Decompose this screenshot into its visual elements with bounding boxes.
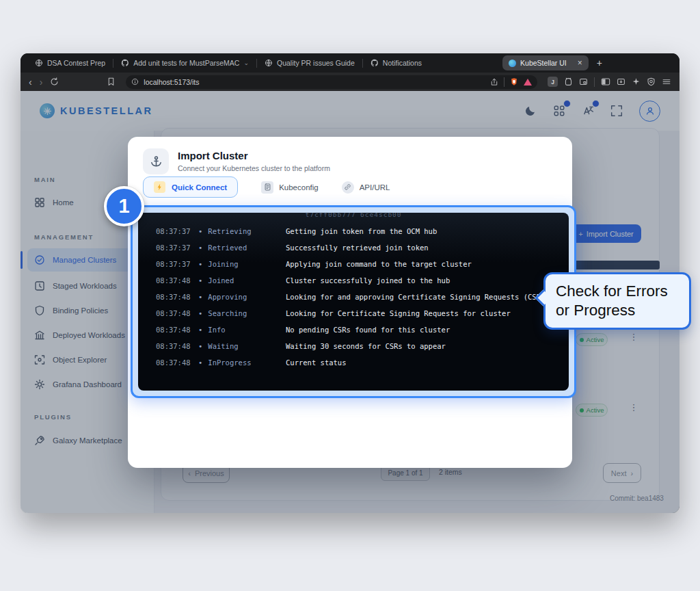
log-status: Searching [208,309,247,317]
brave-shield-icon[interactable] [510,77,518,86]
terminal-row: 08:37:48 •Searching Looking for Certific… [138,305,569,321]
bullet-icon: • [198,358,202,367]
terminal-row: 08:37:48 •Joined Cluster successfully jo… [138,272,569,289]
import-cluster-modal: Import Cluster Connect your Kubernetes c… [128,137,572,468]
extension-j-icon[interactable]: J [548,77,558,87]
log-time: 08:37:37 [138,244,198,252]
bullet-icon: • [198,244,202,252]
extension-box-icon[interactable] [579,77,588,86]
tab-label: Kubeconfig [279,183,319,192]
log-message: Looking for Certificate Signing Requests… [286,309,511,317]
tab-quick-connect[interactable]: Quick Connect [143,176,238,198]
status-terminal: t7cff0bb777 6ce4scb00 08:37:37 •Retrievi… [138,213,569,391]
modal-subtitle: Connect your Kubernetes cluster to the p… [178,164,330,172]
toolbar-divider [504,77,504,87]
tab-kubeconfig[interactable]: Kubeconfig [261,181,319,194]
browser-tab-notifications[interactable]: Notifications [363,53,429,73]
log-time: 08:37:48 [138,309,198,317]
browser-tab-bar: DSA Contest Prep Add unit tests for Must… [21,53,679,73]
terminal-row: 08:37:37 •Retrieved Successfully retriev… [138,239,569,256]
callout-text: Check for Errors or Progress [556,283,668,319]
log-time: 08:37:48 [138,293,198,301]
terminal-row: 08:37:48 •Approving Looking for and appr… [138,289,569,305]
browser-tab-dsa[interactable]: DSA Contest Prep [27,53,113,73]
log-time: 08:37:48 [138,342,198,350]
bullet-icon: • [198,227,202,235]
log-status: Retrieving [208,227,251,235]
terminal-highlight-ring: t7cff0bb777 6ce4scb00 08:37:37 •Retrievi… [131,205,576,398]
callout-bubble: Check for Errors or Progress [543,272,691,330]
terminal-row: 08:37:48 •InProgress Current status [138,354,569,371]
browser-tab-quality-pr[interactable]: Quality PR issues Guide [257,53,362,73]
tab-label: Notifications [383,59,422,67]
log-message: Waiting 30 seconds for CSRs to appear [286,342,446,350]
kubeconfig-file-icon [261,181,273,194]
log-time: 08:37:48 [138,358,198,367]
browser-tab-kubestellar-active[interactable]: KubeStellar UI × [502,55,589,70]
tab-label: KubeStellar UI [520,59,567,67]
anchor-icon [143,148,169,174]
log-status: InProgress [208,358,251,367]
log-message: Successfully retrieved join token [286,244,429,252]
bullet-icon: • [198,342,202,350]
back-button[interactable]: ‹ [29,77,32,87]
terminal-row: 08:37:37 •Joining Applying join command … [138,256,569,272]
kubestellar-favicon [509,60,516,67]
reload-button[interactable] [50,77,59,86]
privacy-shield-icon[interactable] [647,77,656,86]
log-message: No pending CSRs found for this cluster [286,326,450,334]
sidebar-toggle-icon[interactable] [601,77,610,86]
github-icon [121,59,129,67]
link-icon [342,181,354,194]
url-bar[interactable]: localhost:5173/its [126,75,537,89]
toolbar-divider [594,77,595,87]
log-message: Looking for and approving Certificate Si… [286,293,550,301]
site-info-icon[interactable] [131,78,139,86]
tab-label: Quick Connect [172,183,227,192]
log-status: Approving [208,293,247,301]
browser-tab-unit-tests[interactable]: Add unit tests for MustParseMAC ⌄ [113,53,256,73]
step-number-badge: 1 [104,186,144,226]
forward-button[interactable]: › [40,77,43,87]
globe-icon [35,59,43,67]
tab-label: DSA Contest Prep [47,59,105,67]
globe-icon [265,59,273,67]
downloads-icon[interactable] [617,77,625,86]
new-tab-button[interactable]: + [597,57,602,68]
import-method-tabs: Quick Connect Kubeconfig API/URL [143,176,390,198]
log-status: Waiting [208,342,238,350]
log-message: Cluster successfully joined to the hub [286,276,450,285]
menu-icon[interactable] [662,77,671,86]
share-icon[interactable] [490,78,498,86]
extension-github-icon[interactable] [564,77,573,86]
github-icon [371,59,379,67]
tab-api-url[interactable]: API/URL [342,181,390,194]
log-time: 08:37:37 [138,227,198,235]
bullet-icon: • [198,260,202,268]
bullet-icon: • [198,276,202,285]
log-time: 08:37:48 [138,276,198,285]
bookmark-icon[interactable] [107,77,116,86]
bullet-icon: • [198,293,202,301]
caret-down-icon: ⌄ [243,60,249,66]
sparkle-cursor-icon[interactable] [632,77,641,86]
lightning-bolt-icon [154,181,165,193]
bullet-icon: • [198,326,202,334]
terminal-partial-line: t7cff0bb777 6ce4scb00 [138,213,569,218]
browser-toolbar: ‹ › localhost:5173/its J [21,73,679,91]
log-status: Joining [208,260,238,268]
terminal-row: 08:37:37 •Retrieving Getting join token … [138,223,569,239]
log-time: 08:37:48 [138,326,198,334]
tab-label: API/URL [360,183,390,192]
tab-label: Quality PR issues Guide [277,59,355,67]
log-status: Joined [208,276,234,285]
warning-triangle-icon[interactable] [524,79,532,86]
log-message: Getting join token from the OCM hub [286,227,437,235]
close-icon[interactable]: × [578,58,582,68]
terminal-row: 08:37:48 •Waiting Waiting 30 seconds for… [138,338,569,354]
log-status: Retrieved [208,244,247,252]
url-text: localhost:5173/its [144,78,485,86]
log-message: Current status [286,358,347,367]
bullet-icon: • [198,309,202,317]
log-status: Info [208,326,225,334]
